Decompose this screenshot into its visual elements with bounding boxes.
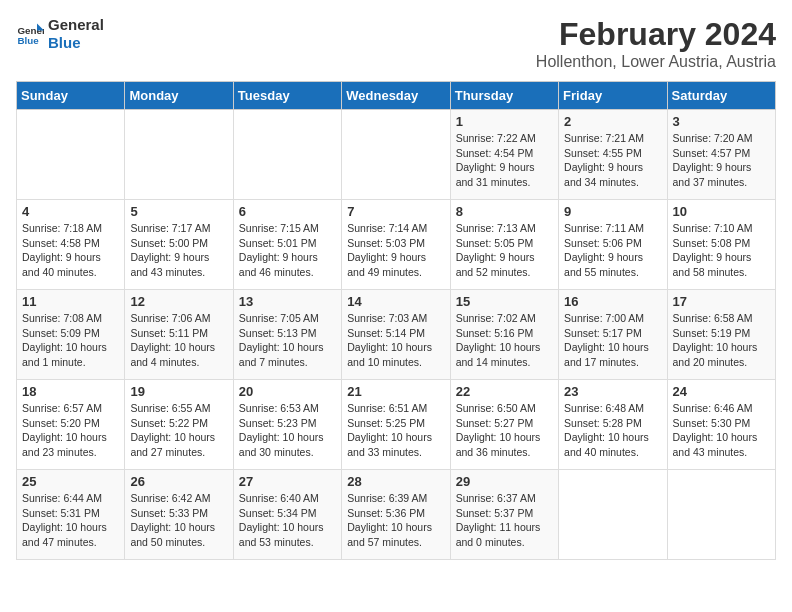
calendar-cell: 14Sunrise: 7:03 AM Sunset: 5:14 PM Dayli… — [342, 290, 450, 380]
day-of-week-header: Saturday — [667, 82, 775, 110]
day-of-week-header: Sunday — [17, 82, 125, 110]
calendar-cell — [125, 110, 233, 200]
calendar-cell: 11Sunrise: 7:08 AM Sunset: 5:09 PM Dayli… — [17, 290, 125, 380]
day-info: Sunrise: 7:22 AM Sunset: 4:54 PM Dayligh… — [456, 131, 553, 190]
calendar-cell — [17, 110, 125, 200]
day-number: 16 — [564, 294, 661, 309]
calendar-cell: 19Sunrise: 6:55 AM Sunset: 5:22 PM Dayli… — [125, 380, 233, 470]
day-info: Sunrise: 6:57 AM Sunset: 5:20 PM Dayligh… — [22, 401, 119, 460]
calendar-cell: 9Sunrise: 7:11 AM Sunset: 5:06 PM Daylig… — [559, 200, 667, 290]
calendar-cell: 5Sunrise: 7:17 AM Sunset: 5:00 PM Daylig… — [125, 200, 233, 290]
calendar-cell: 3Sunrise: 7:20 AM Sunset: 4:57 PM Daylig… — [667, 110, 775, 200]
day-number: 29 — [456, 474, 553, 489]
day-info: Sunrise: 7:00 AM Sunset: 5:17 PM Dayligh… — [564, 311, 661, 370]
day-number: 21 — [347, 384, 444, 399]
day-info: Sunrise: 7:18 AM Sunset: 4:58 PM Dayligh… — [22, 221, 119, 280]
calendar-cell: 13Sunrise: 7:05 AM Sunset: 5:13 PM Dayli… — [233, 290, 341, 380]
calendar-cell: 23Sunrise: 6:48 AM Sunset: 5:28 PM Dayli… — [559, 380, 667, 470]
calendar-cell: 25Sunrise: 6:44 AM Sunset: 5:31 PM Dayli… — [17, 470, 125, 560]
day-of-week-header: Monday — [125, 82, 233, 110]
day-number: 8 — [456, 204, 553, 219]
day-number: 17 — [673, 294, 770, 309]
day-info: Sunrise: 6:51 AM Sunset: 5:25 PM Dayligh… — [347, 401, 444, 460]
day-info: Sunrise: 7:17 AM Sunset: 5:00 PM Dayligh… — [130, 221, 227, 280]
calendar-cell: 29Sunrise: 6:37 AM Sunset: 5:37 PM Dayli… — [450, 470, 558, 560]
day-info: Sunrise: 7:13 AM Sunset: 5:05 PM Dayligh… — [456, 221, 553, 280]
day-info: Sunrise: 6:58 AM Sunset: 5:19 PM Dayligh… — [673, 311, 770, 370]
calendar-week-row: 25Sunrise: 6:44 AM Sunset: 5:31 PM Dayli… — [17, 470, 776, 560]
day-number: 24 — [673, 384, 770, 399]
day-info: Sunrise: 7:21 AM Sunset: 4:55 PM Dayligh… — [564, 131, 661, 190]
calendar-cell — [559, 470, 667, 560]
header: General Blue General Blue February 2024 … — [16, 16, 776, 71]
day-number: 13 — [239, 294, 336, 309]
day-number: 9 — [564, 204, 661, 219]
day-number: 5 — [130, 204, 227, 219]
calendar-cell: 20Sunrise: 6:53 AM Sunset: 5:23 PM Dayli… — [233, 380, 341, 470]
calendar-cell: 21Sunrise: 6:51 AM Sunset: 5:25 PM Dayli… — [342, 380, 450, 470]
day-info: Sunrise: 7:20 AM Sunset: 4:57 PM Dayligh… — [673, 131, 770, 190]
calendar-cell: 27Sunrise: 6:40 AM Sunset: 5:34 PM Dayli… — [233, 470, 341, 560]
day-info: Sunrise: 7:03 AM Sunset: 5:14 PM Dayligh… — [347, 311, 444, 370]
day-number: 12 — [130, 294, 227, 309]
day-info: Sunrise: 6:55 AM Sunset: 5:22 PM Dayligh… — [130, 401, 227, 460]
day-number: 1 — [456, 114, 553, 129]
day-number: 4 — [22, 204, 119, 219]
calendar-cell: 1Sunrise: 7:22 AM Sunset: 4:54 PM Daylig… — [450, 110, 558, 200]
day-number: 2 — [564, 114, 661, 129]
calendar-cell: 12Sunrise: 7:06 AM Sunset: 5:11 PM Dayli… — [125, 290, 233, 380]
day-number: 6 — [239, 204, 336, 219]
calendar-cell: 16Sunrise: 7:00 AM Sunset: 5:17 PM Dayli… — [559, 290, 667, 380]
day-info: Sunrise: 6:37 AM Sunset: 5:37 PM Dayligh… — [456, 491, 553, 550]
logo: General Blue General Blue — [16, 16, 104, 52]
day-of-week-header: Thursday — [450, 82, 558, 110]
calendar-cell: 22Sunrise: 6:50 AM Sunset: 5:27 PM Dayli… — [450, 380, 558, 470]
day-info: Sunrise: 6:40 AM Sunset: 5:34 PM Dayligh… — [239, 491, 336, 550]
calendar-cell: 26Sunrise: 6:42 AM Sunset: 5:33 PM Dayli… — [125, 470, 233, 560]
calendar-week-row: 18Sunrise: 6:57 AM Sunset: 5:20 PM Dayli… — [17, 380, 776, 470]
calendar-cell: 28Sunrise: 6:39 AM Sunset: 5:36 PM Dayli… — [342, 470, 450, 560]
day-info: Sunrise: 6:46 AM Sunset: 5:30 PM Dayligh… — [673, 401, 770, 460]
logo-icon: General Blue — [16, 20, 44, 48]
day-number: 14 — [347, 294, 444, 309]
calendar-table: SundayMondayTuesdayWednesdayThursdayFrid… — [16, 81, 776, 560]
calendar-cell: 4Sunrise: 7:18 AM Sunset: 4:58 PM Daylig… — [17, 200, 125, 290]
day-info: Sunrise: 7:15 AM Sunset: 5:01 PM Dayligh… — [239, 221, 336, 280]
calendar-week-row: 4Sunrise: 7:18 AM Sunset: 4:58 PM Daylig… — [17, 200, 776, 290]
svg-text:Blue: Blue — [17, 35, 39, 46]
day-of-week-header: Tuesday — [233, 82, 341, 110]
day-info: Sunrise: 6:50 AM Sunset: 5:27 PM Dayligh… — [456, 401, 553, 460]
day-number: 15 — [456, 294, 553, 309]
day-number: 25 — [22, 474, 119, 489]
day-info: Sunrise: 6:39 AM Sunset: 5:36 PM Dayligh… — [347, 491, 444, 550]
title-area: February 2024 Hollenthon, Lower Austria,… — [536, 16, 776, 71]
day-number: 3 — [673, 114, 770, 129]
calendar-cell: 8Sunrise: 7:13 AM Sunset: 5:05 PM Daylig… — [450, 200, 558, 290]
day-info: Sunrise: 7:14 AM Sunset: 5:03 PM Dayligh… — [347, 221, 444, 280]
day-info: Sunrise: 7:05 AM Sunset: 5:13 PM Dayligh… — [239, 311, 336, 370]
day-number: 22 — [456, 384, 553, 399]
calendar-cell: 10Sunrise: 7:10 AM Sunset: 5:08 PM Dayli… — [667, 200, 775, 290]
month-title: February 2024 — [536, 16, 776, 53]
day-info: Sunrise: 6:42 AM Sunset: 5:33 PM Dayligh… — [130, 491, 227, 550]
logo-text: General Blue — [48, 16, 104, 52]
calendar-body: 1Sunrise: 7:22 AM Sunset: 4:54 PM Daylig… — [17, 110, 776, 560]
calendar-cell — [667, 470, 775, 560]
day-number: 18 — [22, 384, 119, 399]
day-number: 20 — [239, 384, 336, 399]
day-info: Sunrise: 7:02 AM Sunset: 5:16 PM Dayligh… — [456, 311, 553, 370]
day-number: 10 — [673, 204, 770, 219]
day-number: 11 — [22, 294, 119, 309]
day-info: Sunrise: 7:10 AM Sunset: 5:08 PM Dayligh… — [673, 221, 770, 280]
calendar-cell: 17Sunrise: 6:58 AM Sunset: 5:19 PM Dayli… — [667, 290, 775, 380]
calendar-cell: 24Sunrise: 6:46 AM Sunset: 5:30 PM Dayli… — [667, 380, 775, 470]
calendar-cell: 2Sunrise: 7:21 AM Sunset: 4:55 PM Daylig… — [559, 110, 667, 200]
calendar-cell: 18Sunrise: 6:57 AM Sunset: 5:20 PM Dayli… — [17, 380, 125, 470]
day-info: Sunrise: 6:48 AM Sunset: 5:28 PM Dayligh… — [564, 401, 661, 460]
day-number: 27 — [239, 474, 336, 489]
day-info: Sunrise: 6:44 AM Sunset: 5:31 PM Dayligh… — [22, 491, 119, 550]
calendar-cell: 6Sunrise: 7:15 AM Sunset: 5:01 PM Daylig… — [233, 200, 341, 290]
day-number: 7 — [347, 204, 444, 219]
day-number: 26 — [130, 474, 227, 489]
calendar-cell: 15Sunrise: 7:02 AM Sunset: 5:16 PM Dayli… — [450, 290, 558, 380]
